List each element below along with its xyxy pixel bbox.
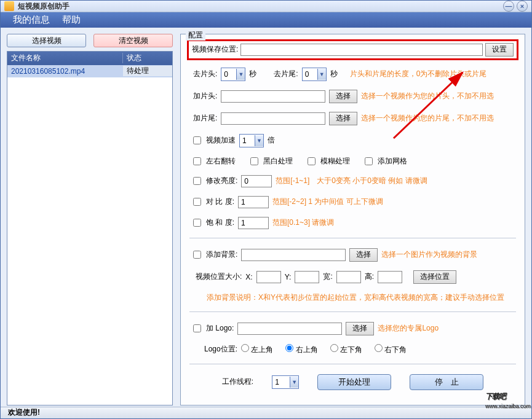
menu-my-info[interactable]: 我的信息 bbox=[13, 14, 50, 26]
flip-label: 左右翻转 bbox=[206, 156, 236, 166]
speed-label: 视频加速 bbox=[206, 135, 236, 146]
stop-button[interactable]: 停 止 bbox=[410, 374, 483, 390]
pos-label: 视频位置大小: bbox=[196, 272, 242, 282]
add-head-input[interactable] bbox=[221, 90, 325, 103]
status-text: 欢迎使用! bbox=[8, 407, 40, 418]
set-path-button[interactable]: 设置 bbox=[485, 43, 514, 57]
add-logo-checkbox[interactable] bbox=[193, 324, 201, 332]
sec-label: 秒 bbox=[330, 69, 338, 79]
brightness-input[interactable] bbox=[241, 175, 272, 187]
saturation-label: 饱 和 度: bbox=[206, 217, 234, 228]
divider bbox=[189, 364, 516, 364]
bg-explain: 添加背景说明：X和Y代表初步位置的起始位置，宽和高代表视频的宽高；建议手动选择位… bbox=[207, 292, 504, 303]
choose-tail-button[interactable]: 选择 bbox=[329, 112, 357, 125]
add-bg-hint: 选择一个图片作为视频的背景 bbox=[381, 249, 477, 260]
saturation-checkbox[interactable] bbox=[193, 219, 201, 227]
x-input[interactable] bbox=[256, 271, 281, 283]
threads-select[interactable]: 1▼ bbox=[272, 375, 299, 389]
logo-pos-label: Logo位置: bbox=[204, 344, 237, 354]
blur-checkbox[interactable] bbox=[308, 157, 316, 165]
add-bg-checkbox[interactable] bbox=[193, 251, 201, 259]
select-video-button[interactable]: 选择视频 bbox=[7, 34, 86, 47]
trim-tail-select[interactable]: 0▼ bbox=[302, 68, 327, 81]
speed-unit: 倍 bbox=[268, 135, 275, 146]
brightness-hint: 范围[-1~1] 大于0变亮 小于0变暗 例如 请微调 bbox=[276, 176, 427, 186]
save-path-input[interactable] bbox=[240, 44, 483, 56]
col-status: 状态 bbox=[123, 53, 172, 63]
trim-head-select[interactable]: 0▼ bbox=[221, 68, 245, 81]
chevron-down-icon: ▼ bbox=[317, 69, 326, 80]
chevron-down-icon: ▼ bbox=[290, 377, 298, 388]
start-button[interactable]: 开始处理 bbox=[317, 374, 391, 390]
h-label: 高: bbox=[365, 272, 374, 282]
contrast-label: 对 比 度: bbox=[206, 197, 234, 207]
col-filename: 文件名称 bbox=[7, 53, 123, 63]
statusbar: 欢迎使用! bbox=[1, 407, 531, 418]
contrast-input[interactable] bbox=[238, 196, 269, 208]
config-panel: 配置 视频保存位置: 设置 去片头: 0▼ 秒 去片尾: 0▼ 秒 片头和片尾的… bbox=[180, 34, 525, 405]
trim-tail-label: 去片尾: bbox=[274, 69, 298, 79]
menubar: 我的信息 帮助 bbox=[1, 12, 531, 28]
add-head-hint: 选择一个视频作为您的片头，不加不用选 bbox=[361, 91, 494, 101]
speed-select[interactable]: 1▼ bbox=[239, 134, 264, 147]
bw-checkbox[interactable] bbox=[250, 157, 258, 165]
contrast-checkbox[interactable] bbox=[193, 198, 201, 206]
save-path-row: 视频保存位置: 设置 bbox=[187, 39, 518, 60]
add-logo-input[interactable] bbox=[237, 323, 342, 335]
choose-head-button[interactable]: 选择 bbox=[329, 90, 357, 103]
clear-video-button[interactable]: 清空视频 bbox=[93, 34, 173, 47]
add-tail-input[interactable] bbox=[221, 112, 325, 125]
app-icon bbox=[4, 1, 14, 11]
brightness-label: 修改亮度: bbox=[206, 176, 237, 186]
threads-label: 工作线程: bbox=[222, 377, 253, 387]
table-row[interactable]: 20210316085102.mp4 待处理 bbox=[7, 65, 172, 77]
w-label: 宽: bbox=[323, 272, 332, 282]
file-table: 文件名称 状态 20210316085102.mp4 待处理 bbox=[7, 51, 173, 405]
grid-label: 添加网格 bbox=[378, 156, 407, 166]
flip-checkbox[interactable] bbox=[193, 157, 201, 165]
chevron-down-icon: ▼ bbox=[236, 69, 245, 80]
trim-head-label: 去片头: bbox=[193, 69, 217, 79]
pos-br-radio[interactable]: 右下角 bbox=[375, 344, 407, 355]
trim-hint: 片头和片尾的长度，0为不删除片头或片尾 bbox=[350, 69, 487, 79]
titlebar: 短视频原创助手 — × bbox=[1, 1, 531, 12]
w-input[interactable] bbox=[336, 271, 361, 283]
divider bbox=[189, 311, 516, 312]
saturation-hint: 范围[0.1~3] 请微调 bbox=[272, 217, 334, 228]
choose-logo-button[interactable]: 选择 bbox=[346, 322, 374, 335]
save-path-label: 视频保存位置: bbox=[192, 44, 238, 55]
menu-help[interactable]: 帮助 bbox=[62, 14, 81, 26]
brightness-checkbox[interactable] bbox=[193, 177, 201, 185]
app-title: 短视频原创助手 bbox=[18, 1, 503, 12]
add-logo-label: 加 Logo: bbox=[206, 323, 234, 334]
minimize-button[interactable]: — bbox=[503, 1, 514, 12]
bw-label: 黑白处理 bbox=[263, 156, 293, 166]
left-panel: 选择视频 清空视频 文件名称 状态 20210316085102.mp4 待处理 bbox=[7, 34, 173, 405]
sec-label: 秒 bbox=[249, 69, 256, 79]
grid-checkbox[interactable] bbox=[365, 157, 373, 165]
add-tail-label: 加片尾: bbox=[193, 113, 217, 123]
contrast-hint: 范围[-2~2] 1 为中间值 可上下微调 bbox=[272, 197, 383, 207]
x-label: X: bbox=[245, 273, 252, 281]
h-input[interactable] bbox=[378, 271, 402, 283]
cell-filename: 20210316085102.mp4 bbox=[7, 67, 123, 76]
pos-tl-radio[interactable]: 左上角 bbox=[241, 344, 273, 355]
cell-status: 待处理 bbox=[123, 66, 172, 76]
divider bbox=[189, 238, 516, 238]
pos-tr-radio[interactable]: 右上角 bbox=[285, 344, 317, 355]
add-bg-input[interactable] bbox=[241, 249, 346, 261]
add-bg-label: 添加背景: bbox=[206, 249, 237, 260]
chevron-down-icon: ▼ bbox=[255, 135, 263, 146]
y-input[interactable] bbox=[295, 271, 319, 283]
add-tail-hint: 选择一个视频作为您的片尾，不加不用选 bbox=[361, 113, 494, 123]
add-head-label: 加片头: bbox=[193, 91, 217, 101]
close-button[interactable]: × bbox=[517, 1, 528, 12]
choose-bg-button[interactable]: 选择 bbox=[349, 248, 378, 262]
saturation-input[interactable] bbox=[238, 217, 269, 229]
blur-label: 模糊处理 bbox=[320, 156, 350, 166]
pos-bl-radio[interactable]: 左下角 bbox=[330, 344, 362, 355]
choose-pos-button[interactable]: 选择位置 bbox=[413, 270, 456, 284]
config-title: 配置 bbox=[186, 30, 205, 41]
speed-checkbox[interactable] bbox=[193, 136, 201, 144]
add-logo-hint: 选择您的专属Logo bbox=[378, 323, 439, 334]
